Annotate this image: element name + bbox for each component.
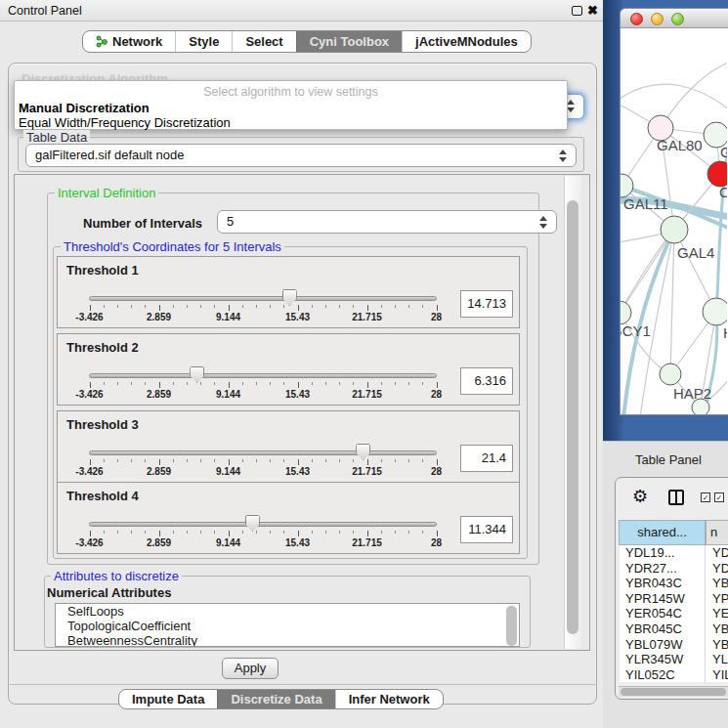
tab-style[interactable]: Style (175, 31, 232, 52)
slider-tick (117, 305, 118, 308)
slider-tick (312, 382, 313, 385)
slider-tick (229, 531, 230, 536)
threshold-slider-thumb[interactable] (282, 289, 297, 306)
numerical-attributes-list[interactable]: SelfLoopsTopologicalCoefficientBetweenne… (55, 603, 520, 647)
network-node-gal4[interactable] (661, 216, 688, 243)
threshold-value-field[interactable]: 14.713 (460, 290, 513, 318)
table-row[interactable]: YBR043CYBR0 (620, 576, 728, 591)
network-edge[interactable] (621, 84, 727, 110)
column-header-name[interactable]: n (706, 520, 728, 545)
network-window-titlebar[interactable] (621, 9, 728, 28)
slider-tick (90, 305, 91, 311)
dropdown-option-manual-discretization[interactable]: Manual Discretization (19, 101, 150, 115)
table-row[interactable]: YDL19...YDL1 (620, 545, 728, 561)
network-node-h[interactable] (703, 298, 727, 325)
cell-shared-name: YPR145W (625, 591, 685, 607)
threshold-slider-track[interactable] (89, 296, 437, 301)
slider-tick (367, 305, 368, 311)
column-header-shared-name[interactable]: shared... (619, 520, 706, 545)
slider-tick (325, 382, 326, 385)
checkbox-icon[interactable]: ✓ (714, 492, 724, 502)
table-row[interactable]: YLR345WYLR3 (620, 652, 728, 667)
numerical-attributes-label: Numerical Attributes (47, 585, 171, 600)
slider-tick (325, 531, 326, 534)
tab-infer-network[interactable]: Infer Network (335, 690, 443, 708)
threshold-value-field[interactable]: 6.316 (460, 367, 513, 395)
slider-tick (173, 305, 174, 308)
attribute-list-item[interactable]: SelfLoops (56, 604, 519, 619)
table-row[interactable]: YBL079WYBL0 (620, 637, 728, 653)
column-layout-icon[interactable] (668, 490, 684, 505)
table-row[interactable]: YIL052CYIL0 (620, 667, 728, 682)
table-hscrollbar-thumb[interactable] (621, 688, 726, 696)
attributes-list-scrollbar-thumb[interactable] (506, 606, 517, 646)
table-data-combobox[interactable]: galFiltered.sif default node (25, 144, 577, 167)
tab-jactivemnodules[interactable]: jActiveMNodules (402, 31, 531, 52)
minimize-traffic-light[interactable] (651, 13, 664, 25)
slider-tick (367, 459, 368, 465)
control-panel-title: Control Panel (8, 4, 82, 18)
slider-tick (242, 382, 243, 385)
network-canvas[interactable]: GAL80GCGAL11GAL4GCY1HHAP2 (621, 28, 727, 414)
slider-tick (312, 531, 313, 534)
threshold-slider-track[interactable] (89, 522, 437, 527)
application-window: Control Panel ✖ NetworkStyleSelectCyni T… (0, 0, 728, 728)
slider-tick-label: 9.144 (205, 389, 252, 400)
network-node[interactable] (692, 399, 709, 414)
slider-tick (367, 382, 368, 388)
slider-tick (242, 305, 243, 308)
close-traffic-light[interactable] (630, 13, 643, 25)
zoom-traffic-light[interactable] (671, 13, 684, 25)
slider-tick (283, 305, 284, 308)
attributes-group-label: Attributes to discretize (51, 569, 182, 583)
threshold-slider-track[interactable] (89, 450, 437, 455)
slider-tick (242, 531, 243, 534)
cell-name: YIL0 (712, 667, 728, 682)
slider-tick-label: -3.426 (66, 389, 113, 400)
dropdown-option-equal-width-frequency[interactable]: Equal Width/Frequency Discretization (19, 115, 231, 130)
network-node-gcy1[interactable] (621, 301, 631, 324)
network-edge[interactable] (661, 62, 727, 128)
tab-network[interactable]: Network (83, 31, 175, 52)
slider-tick (353, 305, 354, 308)
number-of-intervals-combobox[interactable]: 5 (217, 210, 557, 234)
slider-tick (325, 459, 326, 462)
network-view-window: GAL80GCGAL11GAL4GCY1HHAP2 (620, 8, 728, 415)
slider-tick (270, 305, 271, 308)
slider-tick (395, 382, 396, 385)
table-row[interactable]: YBR045CYBR0 (620, 621, 728, 637)
apply-button[interactable]: Apply (222, 658, 278, 679)
settings-scrollbar-thumb[interactable] (567, 200, 578, 634)
slider-tick (214, 382, 215, 385)
table-hscrollbar-track[interactable] (619, 686, 728, 697)
threshold-slider-thumb[interactable] (245, 515, 260, 532)
tab-discretize-data[interactable]: Discretize Data (217, 690, 334, 708)
table-row[interactable]: YPR145WYPR1 (620, 591, 728, 607)
float-window-icon[interactable] (572, 6, 582, 16)
slider-tick (256, 459, 257, 462)
close-icon[interactable]: ✖ (587, 3, 598, 18)
network-edge[interactable] (670, 230, 674, 374)
network-node-hap2[interactable] (660, 364, 681, 385)
slider-tick (270, 382, 271, 385)
checkbox-icon[interactable]: ✓ (701, 492, 710, 502)
tab-impute-data[interactable]: Impute Data (119, 690, 217, 708)
table-settings-gear-icon[interactable]: ⚙ (632, 486, 648, 507)
table-row[interactable]: YER054CYER0 (620, 606, 728, 621)
node-table[interactable]: YDL19...YDL1YDR27...YDR2YBR043CYBR0YPR14… (620, 545, 728, 682)
threshold-value-field[interactable]: 11.344 (460, 516, 513, 543)
attribute-list-item[interactable]: BetweennessCentrality (56, 633, 519, 647)
slider-tick (187, 382, 188, 385)
cell-name: YLR3 (712, 652, 728, 667)
tab-cyni-toolbox[interactable]: Cyni Toolbox (296, 31, 402, 52)
threshold-value-field[interactable]: 21.4 (460, 445, 513, 472)
threshold-slider-thumb[interactable] (356, 444, 370, 460)
threshold-slider-thumb[interactable] (190, 366, 204, 383)
attribute-list-item[interactable]: TopologicalCoefficient (56, 619, 519, 633)
cell-name: YBR0 (712, 576, 728, 591)
table-row[interactable]: YDR27...YDR2 (620, 561, 728, 577)
network-node-label: GAL11 (623, 195, 668, 212)
tab-select[interactable]: Select (232, 31, 295, 52)
tab-label: Infer Network (349, 690, 430, 708)
threshold-slider-track[interactable] (89, 373, 437, 378)
